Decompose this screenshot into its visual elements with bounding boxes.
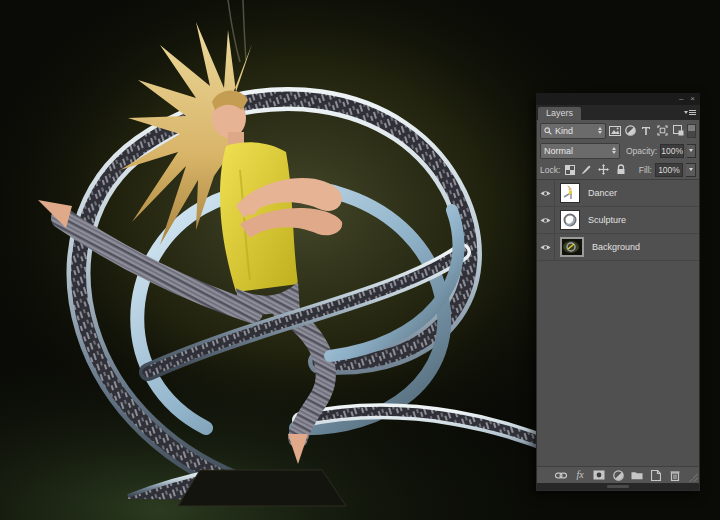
fill-label: Fill: — [639, 165, 652, 175]
dancer-hand — [241, 197, 259, 215]
visibility-eye-icon[interactable] — [537, 234, 555, 260]
layers-panel-body: Kind — [536, 120, 700, 491]
layer-styles-icon[interactable]: fx — [574, 469, 586, 481]
lock-all-icon[interactable] — [614, 163, 627, 176]
select-updown-icon — [612, 147, 616, 154]
add-layer-mask-icon[interactable] — [593, 469, 605, 481]
layer-filter-row: Kind — [537, 120, 699, 141]
visibility-eye-icon[interactable] — [537, 180, 555, 206]
minimize-icon[interactable]: – — [679, 95, 683, 103]
select-updown-icon — [598, 127, 602, 134]
layer-row-dancer[interactable]: Dancer — [537, 180, 699, 207]
layer-name: Background — [592, 242, 640, 252]
panel-drag-nub[interactable] — [607, 485, 629, 488]
blend-mode-value: Normal — [544, 146, 573, 156]
blend-mode-select[interactable]: Normal — [540, 143, 620, 159]
fill-value[interactable]: 100% — [655, 163, 683, 177]
layer-thumbnail-dancer[interactable] — [560, 183, 580, 203]
layer-list: Dancer Sculpture — [537, 179, 699, 466]
lock-transparent-pixels-icon[interactable] — [563, 163, 576, 176]
smart-object-filter-icon[interactable] — [671, 124, 685, 138]
layer-name: Dancer — [588, 188, 617, 198]
tab-layers[interactable]: Layers — [538, 107, 581, 120]
lock-position-icon[interactable] — [597, 163, 610, 176]
lock-row: Lock: Fill: 100% — [537, 160, 699, 179]
fill-dropdown-icon[interactable] — [686, 163, 696, 177]
kind-filter-label: Kind — [555, 126, 573, 136]
photoshop-workspace: – × Layers Kind — [0, 0, 720, 520]
close-icon[interactable]: × — [690, 95, 695, 103]
delete-layer-icon[interactable] — [669, 469, 681, 481]
kind-filter-select[interactable]: Kind — [540, 123, 606, 139]
link-layers-icon[interactable] — [555, 469, 567, 481]
panel-window-chrome: – × — [536, 93, 700, 105]
type-layer-filter-icon[interactable] — [639, 124, 653, 138]
layer-row-sculpture[interactable]: Sculpture — [537, 207, 699, 234]
visibility-eye-icon[interactable] — [537, 207, 555, 233]
new-group-icon[interactable] — [631, 469, 643, 481]
layer-filtering-toggle[interactable] — [687, 124, 696, 138]
layer-name: Sculpture — [588, 215, 626, 225]
layer-row-background[interactable]: Background — [537, 234, 699, 261]
lock-label: Lock: — [540, 165, 560, 175]
new-layer-icon[interactable] — [650, 469, 662, 481]
opacity-value[interactable]: 100% — [660, 144, 684, 158]
panel-tab-strip: Layers — [536, 105, 700, 120]
panel-resize-grip[interactable] — [689, 473, 698, 482]
pixel-layer-filter-icon[interactable] — [608, 124, 622, 138]
layer-styles-label: fx — [576, 470, 583, 480]
shape-layer-filter-icon[interactable] — [655, 124, 669, 138]
blend-mode-row: Normal Opacity: 100% — [537, 141, 699, 160]
panel-bottom-edge — [537, 483, 699, 490]
panel-menu-icon[interactable] — [683, 107, 697, 118]
new-adjustment-layer-icon[interactable] — [612, 469, 624, 481]
search-icon — [544, 127, 552, 135]
opacity-dropdown-icon[interactable] — [687, 144, 696, 158]
layers-bottom-toolbar: fx — [537, 466, 699, 483]
lock-image-pixels-icon[interactable] — [580, 163, 593, 176]
adjustment-layer-filter-icon[interactable] — [623, 124, 637, 138]
layer-thumbnail-sculpture[interactable] — [560, 210, 580, 230]
opacity-label: Opacity: — [626, 146, 657, 156]
layers-panel: – × Layers Kind — [536, 93, 700, 491]
layer-thumbnail-background[interactable] — [560, 237, 584, 257]
